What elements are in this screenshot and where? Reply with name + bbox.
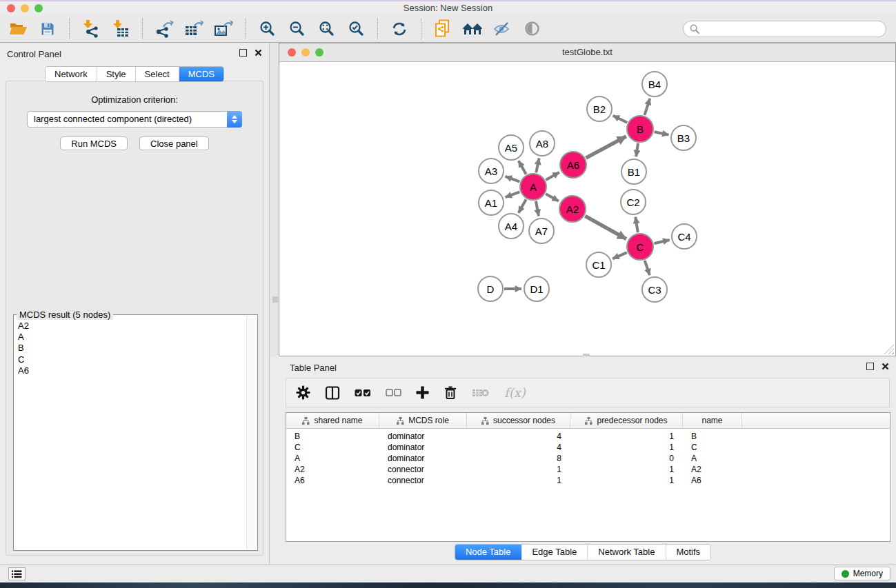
tab-select[interactable]: Select <box>136 67 179 81</box>
cell[interactable]: C <box>286 442 379 453</box>
export-table-icon[interactable] <box>183 18 205 40</box>
graph-node-C2[interactable]: C2 <box>620 189 646 215</box>
zoom-in-icon[interactable] <box>256 18 278 40</box>
cell[interactable]: dominator <box>379 442 467 453</box>
cell[interactable]: A <box>683 453 742 464</box>
memory-button[interactable]: Memory <box>834 567 890 580</box>
add-row-icon[interactable] <box>416 386 429 399</box>
cell[interactable]: C <box>683 442 742 453</box>
show-column-icon[interactable] <box>325 385 340 401</box>
graph-node-A8[interactable]: A8 <box>529 130 555 156</box>
cell[interactable]: 1 <box>570 431 683 442</box>
cell[interactable]: connector <box>379 464 467 475</box>
table-header-row[interactable]: shared nameMCDS rolesuccessor nodesprede… <box>286 413 890 429</box>
table-options-icon[interactable] <box>296 385 310 400</box>
graph-node-C4[interactable]: C4 <box>671 223 697 250</box>
graph-node-B1[interactable]: B1 <box>621 159 647 185</box>
cell[interactable]: A2 <box>683 464 742 475</box>
table-row[interactable]: Bdominator41B <box>286 431 890 442</box>
graph-node-A[interactable]: A <box>519 173 547 201</box>
cell[interactable]: 4 <box>467 431 570 442</box>
open-file-icon[interactable] <box>7 18 29 40</box>
cell[interactable]: 1 <box>467 475 570 486</box>
network-close-button[interactable] <box>288 48 296 57</box>
float-panel-icon[interactable] <box>239 49 247 57</box>
graph-node-A6[interactable]: A6 <box>559 151 587 179</box>
import-network-icon[interactable] <box>80 18 102 40</box>
save-session-icon[interactable] <box>37 18 59 40</box>
graph-node-A4[interactable]: A4 <box>498 213 524 239</box>
close-panel-icon[interactable] <box>255 49 262 57</box>
cell[interactable]: 1 <box>570 475 683 486</box>
minimize-window-button[interactable] <box>21 4 29 12</box>
graph-node-B4[interactable]: B4 <box>641 71 668 97</box>
graph-node-A2[interactable]: A2 <box>559 195 586 223</box>
help-home-icon[interactable] <box>461 18 484 40</box>
close-table-panel-icon[interactable] <box>882 363 889 370</box>
zoom-window-button[interactable] <box>34 4 43 12</box>
table-row[interactable]: A2connector11A2 <box>286 464 890 475</box>
cell[interactable]: 1 <box>570 442 683 453</box>
cell[interactable]: A6 <box>286 475 379 486</box>
zoom-out-icon[interactable] <box>286 18 308 40</box>
deselect-all-rows-icon[interactable] <box>386 388 401 397</box>
network-minimize-button[interactable] <box>301 48 310 57</box>
mcds-result-list[interactable]: A2ABCA6 <box>15 316 246 549</box>
result-item[interactable]: B <box>18 343 246 354</box>
import-table-icon[interactable] <box>110 18 132 40</box>
float-table-panel-icon[interactable] <box>866 363 874 370</box>
duplicate-network-icon[interactable] <box>432 18 454 40</box>
graph-node-B3[interactable]: B3 <box>670 125 697 151</box>
function-builder-icon[interactable]: f(x) <box>504 385 526 400</box>
cell[interactable]: 1 <box>467 464 570 475</box>
column-header-shared-name[interactable]: shared name <box>286 413 379 428</box>
tab-network[interactable]: Network <box>46 67 97 81</box>
tab-style[interactable]: Style <box>97 67 136 81</box>
close-window-button[interactable] <box>7 4 15 12</box>
graph-node-A5[interactable]: A5 <box>498 134 524 161</box>
graph-node-A7[interactable]: A7 <box>528 218 555 244</box>
cell[interactable]: 4 <box>467 442 570 453</box>
tab-edge-table[interactable]: Edge Table <box>521 545 588 560</box>
node-table[interactable]: shared nameMCDS rolesuccessor nodesprede… <box>286 412 890 542</box>
graph-node-B2[interactable]: B2 <box>586 96 613 122</box>
delete-table-icon[interactable] <box>472 387 490 398</box>
dropdown-stepper-icon[interactable] <box>227 111 242 128</box>
cell[interactable]: connector <box>379 475 467 486</box>
select-all-rows-icon[interactable] <box>355 388 371 398</box>
result-item[interactable]: C <box>18 354 246 365</box>
graph-node-D1[interactable]: D1 <box>524 276 550 302</box>
split-divider-handle-vertical[interactable] <box>272 296 278 303</box>
column-header-name[interactable]: name <box>683 413 742 428</box>
tab-network-table[interactable]: Network Table <box>588 545 666 560</box>
delete-row-icon[interactable] <box>444 385 457 400</box>
table-row[interactable]: A6connector11A6 <box>286 475 890 486</box>
hide-graphics-details-icon[interactable] <box>491 18 513 40</box>
cell[interactable]: B <box>683 431 742 442</box>
cell[interactable]: A2 <box>286 464 379 475</box>
graph-node-D[interactable]: D <box>477 276 504 302</box>
result-scrollbar[interactable] <box>246 316 257 549</box>
tab-motifs[interactable]: Motifs <box>666 545 710 560</box>
tab-mcds[interactable]: MCDS <box>179 67 223 81</box>
cell[interactable]: B <box>286 431 379 442</box>
result-item[interactable]: A6 <box>18 365 246 376</box>
graph-node-C[interactable]: C <box>626 233 654 261</box>
graph-node-B[interactable]: B <box>626 115 654 143</box>
search-input[interactable] <box>704 23 879 34</box>
table-row[interactable]: Cdominator41C <box>286 442 890 453</box>
cell[interactable]: 8 <box>467 453 570 464</box>
table-row[interactable]: Adominator80A <box>286 453 890 464</box>
zoom-selected-icon[interactable] <box>345 18 367 40</box>
cell[interactable]: A6 <box>683 475 742 486</box>
network-canvas[interactable]: AA1A2A3A4A5A6A7A8BB1B2B3B4CC1C2C3C4DD1 <box>279 62 895 356</box>
zoom-fit-icon[interactable] <box>315 18 337 40</box>
tab-node-table[interactable]: Node Table <box>455 545 522 560</box>
run-mcds-button[interactable]: Run MCDS <box>60 136 128 150</box>
result-item[interactable]: A <box>18 332 246 343</box>
apply-layout-icon[interactable] <box>388 18 410 40</box>
graph-node-A3[interactable]: A3 <box>478 158 504 184</box>
column-header-predecessor-nodes[interactable]: predecessor nodes <box>570 413 683 428</box>
network-window-titlebar[interactable]: testGlobe.txt <box>279 43 895 62</box>
birds-eye-view-icon[interactable] <box>521 18 543 40</box>
